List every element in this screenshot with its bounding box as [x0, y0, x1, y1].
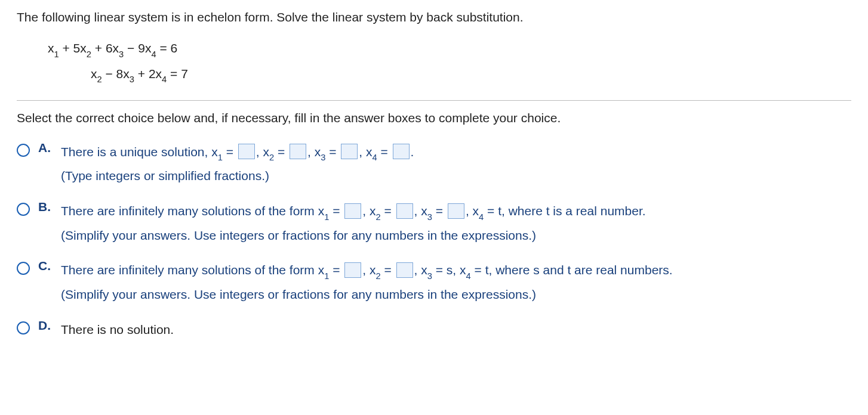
- a-c2: , x: [256, 145, 269, 159]
- eq1-x2: + 5x: [59, 41, 87, 55]
- b-c4: , x: [466, 204, 479, 218]
- choices-group: A. There is a unique solution, x1 = , x2…: [17, 141, 851, 342]
- a-s3: 3: [321, 153, 325, 162]
- choice-c-body: There are infinitely many solutions of t…: [61, 259, 673, 306]
- c-c3: , x: [414, 263, 427, 277]
- eq2-x2: x: [91, 67, 97, 80]
- equation-2: x2 − 8x3 + 2x4 = 7: [48, 62, 851, 87]
- radio-b[interactable]: [17, 203, 30, 216]
- sub-4b: 4: [162, 75, 167, 84]
- equation-1: x1 + 5x2 + 6x3 − 9x4 = 6: [48, 36, 851, 61]
- d-text: There is no solution.: [61, 323, 174, 336]
- c-c2: , x: [362, 263, 375, 277]
- a-lead: There is a unique solution, x: [61, 145, 218, 159]
- choice-c: C. There are infinitely many solutions o…: [17, 259, 851, 306]
- b-c3: , x: [414, 204, 427, 218]
- b-c2: , x: [362, 204, 375, 218]
- b-tail: = t, where t is a real number.: [484, 204, 645, 218]
- b-s1: 1: [324, 212, 329, 222]
- b-input-x3[interactable]: [448, 203, 464, 219]
- a-input-x2[interactable]: [290, 144, 306, 159]
- c-lead: There are infinitely many solutions of t…: [61, 263, 324, 277]
- radio-d[interactable]: [17, 321, 30, 335]
- select-prompt: Select the correct choice below and, if …: [17, 109, 851, 126]
- c-tail1: = s, x: [432, 263, 466, 277]
- a-eq4: =: [377, 145, 392, 159]
- c-s1: 1: [324, 271, 329, 281]
- a-eq3: =: [325, 145, 340, 159]
- eq2-x4: + 2x: [134, 67, 162, 80]
- equation-block: x1 + 5x2 + 6x3 − 9x4 = 6 x2 − 8x3 + 2x4 …: [48, 36, 851, 86]
- sub-2b: 2: [97, 75, 102, 84]
- choice-d: D. There is no solution.: [17, 318, 851, 342]
- a-s2: 2: [269, 153, 274, 162]
- sub-3b: 3: [130, 75, 134, 84]
- label-c: C.: [38, 259, 53, 273]
- b-s3: 3: [427, 212, 432, 222]
- b-eq1: =: [329, 204, 343, 218]
- c-eq1: =: [329, 263, 343, 277]
- eq1-rhs: = 6: [156, 41, 178, 55]
- b-input-x2[interactable]: [396, 203, 413, 219]
- b-hint: (Simplify your answers. Use integers or …: [61, 228, 536, 242]
- a-s4: 4: [373, 153, 377, 162]
- eq1-x1: x: [48, 41, 54, 55]
- label-d: D.: [38, 318, 53, 333]
- divider: [17, 100, 851, 101]
- c-s3: 3: [427, 271, 432, 281]
- a-eq1: =: [223, 145, 237, 159]
- c-tail2: = t, where s and t are real numbers.: [471, 263, 673, 277]
- a-input-x4[interactable]: [393, 144, 410, 159]
- b-lead: There are infinitely many solutions of t…: [61, 204, 324, 218]
- b-eq2: =: [381, 204, 395, 218]
- c-input-x1[interactable]: [344, 262, 361, 278]
- choice-b: B. There are infinitely many solutions o…: [17, 200, 851, 247]
- a-s1: 1: [218, 153, 223, 162]
- a-input-x1[interactable]: [238, 144, 255, 159]
- label-a: A.: [38, 141, 53, 155]
- a-input-x3[interactable]: [341, 144, 358, 159]
- question-intro: The following linear system is in echelo…: [17, 8, 851, 26]
- eq2-x3: − 8x: [102, 67, 130, 80]
- choice-a: A. There is a unique solution, x1 = , x2…: [17, 141, 851, 188]
- choice-a-body: There is a unique solution, x1 = , x2 = …: [61, 141, 414, 188]
- eq2-rhs: = 7: [167, 67, 188, 80]
- sub-4: 4: [151, 49, 156, 59]
- a-eq2: =: [274, 145, 288, 159]
- c-eq2: =: [381, 263, 395, 277]
- a-hint: (Type integers or simplified fractions.): [61, 169, 269, 182]
- c-input-x2[interactable]: [396, 262, 413, 278]
- choice-b-body: There are infinitely many solutions of t…: [61, 200, 646, 247]
- choice-d-body: There is no solution.: [61, 318, 174, 342]
- a-c4: , x: [359, 145, 372, 159]
- a-c3: , x: [307, 145, 321, 159]
- c-s4: 4: [466, 271, 471, 281]
- radio-c[interactable]: [17, 262, 30, 275]
- eq1-x4: − 9x: [124, 41, 151, 55]
- b-s2: 2: [375, 212, 380, 222]
- b-eq3: =: [432, 204, 447, 218]
- radio-a[interactable]: [17, 144, 30, 157]
- c-hint: (Simplify your answers. Use integers or …: [61, 287, 536, 301]
- c-s2: 2: [375, 271, 380, 281]
- eq1-x3: + 6x: [91, 41, 119, 55]
- b-input-x1[interactable]: [344, 203, 361, 219]
- a-end: .: [411, 145, 414, 159]
- sub-2: 2: [87, 49, 91, 59]
- sub-1: 1: [54, 49, 59, 59]
- label-b: B.: [38, 200, 53, 214]
- b-s4: 4: [479, 212, 484, 222]
- sub-3: 3: [119, 49, 124, 59]
